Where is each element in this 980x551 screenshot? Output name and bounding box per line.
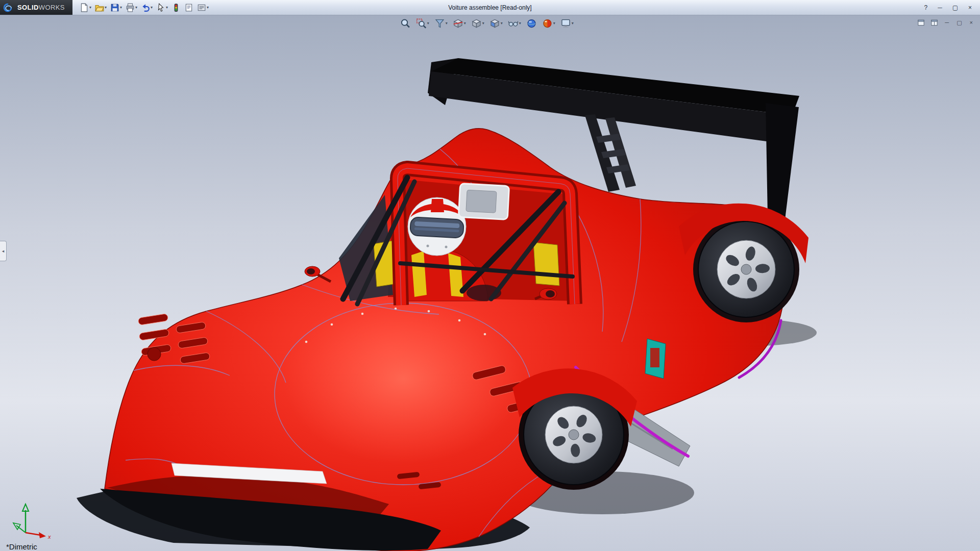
file-properties-icon[interactable] [183, 3, 194, 13]
print-dropdown[interactable]: ▾ [135, 6, 137, 10]
new-document-dropdown[interactable]: ▾ [89, 6, 91, 10]
close-button[interactable]: × [966, 4, 974, 11]
panel-expand-tab[interactable]: ◂ [0, 241, 7, 261]
minimize-button[interactable]: ─ [936, 4, 944, 11]
solidworks-logo: SOLIDWORKS [0, 0, 72, 15]
restore-button-glyph: ▢ [951, 5, 959, 11]
print-icon[interactable]: ▾ [125, 3, 138, 13]
show-panes-icon[interactable] [916, 18, 926, 27]
close-button-glyph: × [967, 5, 973, 11]
headlight [148, 347, 161, 361]
air-intake [458, 184, 509, 220]
main-toolbar: ▾▾▾▾▾▾▾ [72, 3, 210, 13]
display-style-icon[interactable]: ▾ [489, 18, 504, 29]
heads-up-view-toolbar: ▾▾▾▾▾▾▾▾ [400, 18, 575, 29]
view-orientation-label: *Dimetric [6, 542, 37, 551]
undo-icon[interactable]: ▾ [140, 3, 154, 13]
view-settings-icon[interactable]: ▾ [560, 18, 575, 29]
window-controls: ?─▢× [922, 4, 980, 11]
display-style-dropdown[interactable]: ▾ [501, 21, 503, 26]
restore-button[interactable]: ▢ [950, 4, 960, 11]
edit-appearance-icon[interactable] [526, 18, 538, 29]
zoom-area-icon[interactable]: ▾ [415, 18, 430, 29]
driver-helmet [408, 197, 466, 256]
zoom-area-dropdown[interactable]: ▾ [427, 21, 429, 26]
select-cursor-dropdown[interactable]: ▾ [166, 6, 168, 10]
apply-scene-dropdown[interactable]: ▾ [553, 21, 555, 26]
filter-dropdown[interactable]: ▾ [446, 21, 448, 26]
view-orientation-dropdown[interactable]: ▾ [482, 21, 484, 26]
open-icon[interactable]: ▾ [94, 3, 108, 13]
save-dropdown[interactable]: ▾ [120, 6, 122, 10]
view-orientation-icon[interactable]: ▾ [471, 18, 485, 29]
minimize-doc-button[interactable]: ─ [943, 19, 951, 26]
close-doc-button-glyph: × [969, 20, 974, 26]
logo-text: SOLIDWORKS [17, 4, 65, 11]
help-button[interactable]: ? [922, 4, 929, 11]
minimize-button-glyph: ─ [937, 5, 943, 11]
solidworks-window: SOLIDWORKS ▾▾▾▾▾▾▾ Voiture assemblee [Re… [0, 0, 980, 551]
apply-scene-icon[interactable]: ▾ [542, 18, 556, 29]
options-icon[interactable]: ▾ [196, 3, 210, 13]
section-view-icon[interactable]: ▾ [452, 18, 467, 29]
new-document-icon[interactable]: ▾ [79, 3, 92, 13]
yellow-panel-right [533, 242, 559, 286]
help-button-glyph: ? [923, 5, 928, 11]
zoom-fit-icon[interactable] [400, 18, 412, 29]
options-dropdown[interactable]: ▾ [207, 6, 209, 10]
view-settings-dropdown[interactable]: ▾ [572, 21, 574, 26]
titlebar: SOLIDWORKS ▾▾▾▾▾▾▾ Voiture assemblee [Re… [0, 0, 980, 15]
restore-doc-button[interactable]: ▢ [954, 19, 964, 26]
reference-triad[interactable]: x [9, 500, 55, 540]
close-doc-button[interactable]: × [968, 19, 975, 26]
model-view[interactable] [0, 15, 980, 551]
triad-x-label: x [47, 534, 51, 540]
hide-show-dropdown[interactable]: ▾ [519, 21, 521, 26]
minimize-doc-button-glyph: ─ [944, 20, 950, 26]
filter-icon[interactable]: ▾ [434, 18, 449, 29]
undo-dropdown[interactable]: ▾ [151, 6, 153, 10]
door-vent [645, 339, 666, 379]
graphics-viewport[interactable]: ▾▾▾▾▾▾▾▾ ─▢× ◂ x *Dimetric [0, 15, 980, 551]
open-dropdown[interactable]: ▾ [105, 6, 107, 10]
section-view-dropdown[interactable]: ▾ [464, 21, 466, 26]
rebuild-icon[interactable] [170, 3, 182, 13]
split-view-icon[interactable] [929, 18, 939, 27]
dassault-3ds-icon [4, 3, 15, 12]
save-icon[interactable]: ▾ [109, 3, 123, 13]
select-cursor-icon[interactable]: ▾ [155, 3, 169, 13]
hide-show-icon[interactable]: ▾ [507, 18, 522, 29]
restore-doc-button-glyph: ▢ [955, 20, 963, 26]
document-window-controls: ─▢× [916, 18, 975, 27]
